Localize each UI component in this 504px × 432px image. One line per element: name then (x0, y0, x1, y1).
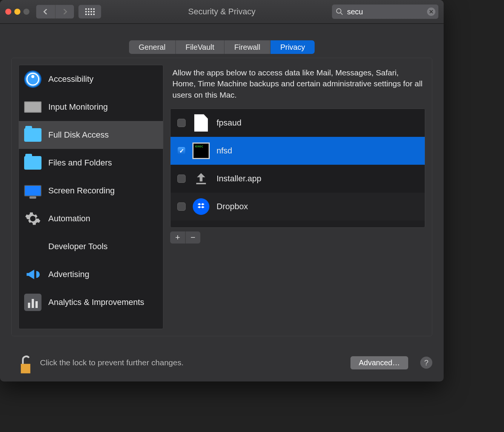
sidebar-item-label: Full Disk Access (48, 130, 109, 140)
chevron-right-icon (62, 9, 68, 14)
sidebar-item-advertising[interactable]: Advertising (19, 260, 163, 288)
tab-label: Privacy (280, 43, 305, 52)
help-button[interactable]: ? (420, 357, 432, 369)
close-window-button[interactable] (5, 9, 11, 15)
app-checkbox[interactable] (177, 147, 186, 155)
app-list[interactable]: fpsaud nfsd Installer.app (170, 109, 425, 228)
gear-icon (24, 210, 41, 227)
footer: Click the lock to prevent further change… (0, 344, 444, 381)
sidebar-item-label: Input Monitoring (48, 102, 108, 112)
panel: Accessibility Input Monitoring Full Disk… (11, 58, 432, 336)
grid-icon (85, 8, 95, 15)
minimize-window-button[interactable] (14, 9, 20, 15)
keyboard-icon (24, 98, 41, 116)
tab-general[interactable]: General (129, 40, 176, 54)
show-all-button[interactable] (78, 5, 101, 18)
tab-filevault[interactable]: FileVault (176, 40, 224, 54)
document-icon (192, 114, 210, 132)
tab-bar: General FileVault Firewall Privacy (129, 40, 315, 54)
sidebar-item-developer-tools[interactable]: Developer Tools (19, 233, 163, 260)
sidebar-item-automation[interactable]: Automation (19, 205, 163, 233)
app-row[interactable]: fpsaud (171, 109, 425, 137)
app-name: Dropbox (217, 202, 248, 211)
svg-point-0 (337, 9, 341, 13)
app-row[interactable]: nfsd (171, 137, 425, 165)
dropbox-icon (192, 198, 210, 215)
sidebar-item-label: Analytics & Improvements (48, 297, 144, 307)
tab-label: Firewall (234, 43, 260, 52)
app-row[interactable]: Installer.app (171, 165, 425, 193)
main-pane: Allow the apps below to access data like… (170, 65, 425, 329)
search-icon (336, 8, 343, 15)
content-area: General FileVault Firewall Privacy Acces… (0, 24, 444, 344)
clear-search-button[interactable] (427, 8, 435, 16)
privacy-category-list[interactable]: Accessibility Input Monitoring Full Disk… (18, 65, 163, 329)
installer-icon (192, 170, 210, 187)
minus-icon: − (191, 233, 195, 242)
search-wrap (332, 5, 438, 19)
question-icon: ? (424, 358, 428, 367)
app-name: nfsd (217, 146, 232, 156)
sidebar-item-label: Files and Folders (48, 158, 112, 168)
sidebar-item-label: Developer Tools (48, 242, 108, 251)
app-checkbox[interactable] (177, 175, 186, 183)
chart-icon (24, 294, 41, 311)
window-controls (5, 9, 29, 15)
lock-text: Click the lock to prevent further change… (40, 358, 184, 367)
sidebar-item-analytics[interactable]: Analytics & Improvements (19, 288, 163, 316)
megaphone-icon (24, 266, 41, 283)
forward-button[interactable] (55, 5, 74, 18)
description-text: Allow the apps below to access data like… (170, 65, 425, 109)
advanced-button[interactable]: Advanced… (350, 356, 408, 369)
sidebar-item-screen-recording[interactable]: Screen Recording (19, 177, 163, 205)
tab-firewall[interactable]: Firewall (224, 40, 270, 54)
add-app-button[interactable]: + (170, 231, 185, 244)
plus-icon: + (175, 233, 180, 242)
add-remove-segment: + − (170, 231, 425, 244)
sidebar-item-label: Screen Recording (48, 186, 115, 196)
zoom-window-button[interactable] (23, 9, 29, 15)
app-name: Installer.app (217, 174, 261, 184)
preferences-window: Security & Privacy General FileVault Fir… (0, 0, 444, 381)
app-name: fpsaud (217, 118, 241, 128)
app-checkbox[interactable] (177, 119, 186, 127)
blank-icon (24, 238, 41, 255)
sidebar-item-label: Advertising (48, 270, 89, 279)
sidebar-item-files-and-folders[interactable]: Files and Folders (19, 149, 163, 177)
remove-app-button[interactable]: − (185, 231, 200, 244)
tab-privacy[interactable]: Privacy (270, 40, 315, 54)
folder-icon (24, 126, 41, 144)
screen-icon (24, 182, 41, 199)
back-button[interactable] (36, 5, 55, 18)
search-input[interactable] (332, 5, 438, 19)
terminal-icon (192, 142, 210, 159)
tab-label: General (139, 43, 166, 52)
nav-segment (36, 5, 74, 18)
close-icon (429, 10, 433, 14)
titlebar: Security & Privacy (0, 0, 444, 24)
app-checkbox[interactable] (177, 202, 186, 211)
folder-icon (24, 154, 41, 172)
accessibility-icon (24, 70, 41, 88)
sidebar-item-input-monitoring[interactable]: Input Monitoring (19, 93, 163, 121)
sidebar-item-label: Automation (48, 214, 90, 224)
sidebar-item-full-disk-access[interactable]: Full Disk Access (19, 121, 163, 149)
lock-button[interactable] (17, 354, 33, 371)
sidebar-item-label: Accessibility (48, 74, 94, 84)
unlock-icon (17, 354, 33, 375)
chevron-left-icon (43, 9, 48, 14)
tab-label: FileVault (186, 43, 214, 52)
app-row[interactable]: Dropbox (171, 193, 425, 221)
sidebar-item-accessibility[interactable]: Accessibility (19, 65, 163, 93)
svg-line-1 (341, 13, 343, 15)
